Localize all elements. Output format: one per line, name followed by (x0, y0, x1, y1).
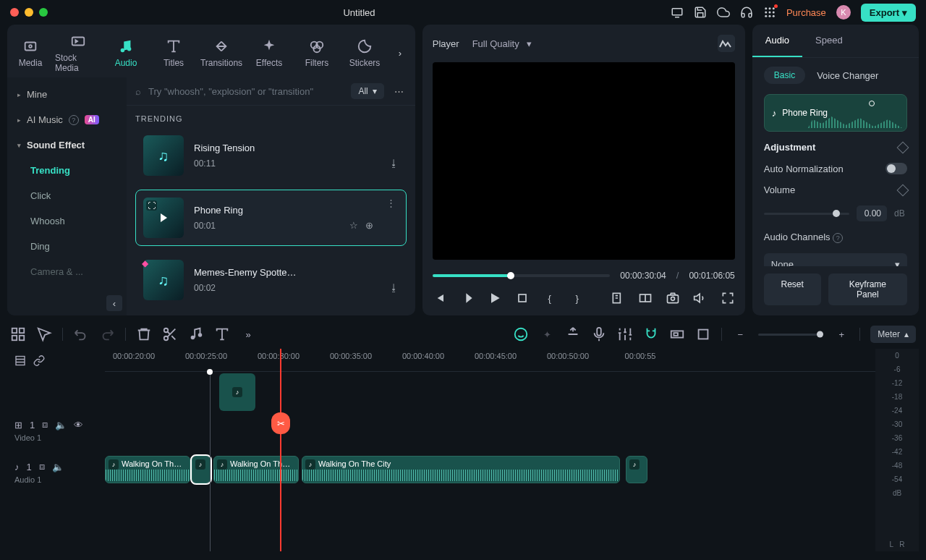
ai-icon[interactable] (513, 326, 529, 342)
audio-item-selected[interactable]: ⛶ Phone Ring 00:01 ☆⊕ ⋮ (135, 190, 407, 246)
timeline-ruler[interactable]: 00:00:20:00 00:00:25:00 00:00:30:00 00:0… (105, 349, 875, 372)
tab-stock-media[interactable]: Stock Media (55, 29, 101, 77)
zoom-slider[interactable] (758, 334, 823, 336)
expand-icon[interactable]: ⛶ (146, 200, 157, 211)
layout-icon[interactable] (10, 326, 26, 342)
tab-audio[interactable]: Audio (103, 34, 149, 72)
tab-media[interactable]: Media (7, 34, 54, 72)
mute-icon[interactable]: 🔈 (52, 462, 64, 472)
mark-in-button[interactable]: { (543, 291, 557, 305)
audio-thumb-play[interactable]: ⛶ (143, 198, 184, 238)
search-input[interactable]: ⌕Try "whoosh", "explosion" or "transitio… (135, 86, 344, 97)
zoom-out-icon[interactable]: − (732, 326, 748, 342)
mute-icon[interactable]: 🔈 (55, 420, 67, 430)
keyframe-icon[interactable] (897, 141, 909, 153)
effect-icon[interactable]: ✦ (539, 326, 555, 342)
tabs-scroll-right[interactable]: › (389, 48, 411, 59)
keyframe-panel-button[interactable]: Keyframe Panel (828, 273, 907, 305)
audio-clip[interactable]: ♪Walking On The City (302, 456, 620, 483)
user-avatar[interactable]: K (836, 5, 851, 20)
save-icon[interactable] (694, 6, 707, 19)
link-icon[interactable] (33, 354, 45, 368)
marker-list-icon[interactable] (611, 291, 625, 305)
text-icon[interactable] (214, 326, 230, 342)
marker-icon[interactable] (565, 326, 581, 342)
filter-dropdown[interactable]: All▾ (351, 83, 383, 99)
delete-icon[interactable] (136, 326, 152, 342)
tab-titles[interactable]: Titles (150, 34, 197, 72)
minimize-window[interactable] (25, 8, 33, 17)
keyframe-icon[interactable] (897, 184, 909, 196)
prev-frame-button[interactable] (433, 291, 447, 305)
crop-icon[interactable] (695, 326, 711, 342)
tab-effects[interactable]: Effects (246, 34, 292, 72)
stop-button[interactable] (515, 291, 530, 305)
volume-slider[interactable] (764, 213, 849, 215)
ratio-icon[interactable] (669, 326, 685, 342)
maximize-window[interactable] (39, 8, 48, 17)
auto-norm-toggle[interactable] (885, 163, 907, 174)
layout-tracks-icon[interactable] (14, 354, 26, 368)
lock-icon[interactable]: ⧈ (42, 419, 48, 430)
audio-clip[interactable]: ♪Walking On Th… (105, 456, 190, 483)
dropped-clip[interactable]: ♪ (219, 373, 255, 411)
scope-icon[interactable] (718, 35, 735, 52)
lock-icon[interactable]: ⧈ (39, 461, 45, 472)
screen-icon[interactable] (671, 6, 684, 19)
zoom-in-icon[interactable]: + (833, 326, 849, 342)
headphones-icon[interactable] (740, 6, 753, 19)
clip-thumbnail[interactable]: ♪ Phone Ring (764, 94, 907, 132)
sidebar-sub-whoosh[interactable]: Whoosh (7, 208, 127, 234)
mixer-icon[interactable] (617, 326, 633, 342)
sidebar-sub-ding[interactable]: Ding (7, 234, 127, 259)
clip-playhead[interactable] (869, 101, 875, 106)
sidebar-sub-trending[interactable]: Trending (7, 158, 127, 183)
meter-dropdown[interactable]: Meter▴ (870, 326, 916, 343)
select-icon[interactable] (36, 326, 52, 342)
fullscreen-icon[interactable] (721, 291, 735, 305)
favorite-icon[interactable]: ☆ (349, 220, 358, 231)
volume-value[interactable]: 0.00 (857, 205, 887, 221)
download-icon[interactable]: ⭳ (389, 282, 399, 293)
inspector-tab-speed[interactable]: Speed (802, 25, 856, 57)
sidebar-mine[interactable]: ▸Mine (7, 82, 127, 107)
sidebar-sub-camera[interactable]: Camera & ... (7, 259, 127, 284)
tab-stickers[interactable]: Stickers (341, 34, 388, 72)
play-pause-button[interactable] (460, 291, 475, 305)
audio-item[interactable]: ♫ Rising Tension 00:11 ⭳ (135, 127, 407, 184)
video-track[interactable] (105, 407, 875, 449)
video-viewport[interactable] (433, 62, 735, 260)
voice-changer-tab[interactable]: Voice Changer (817, 70, 878, 81)
mark-out-button[interactable]: } (570, 291, 585, 305)
inspector-tab-audio[interactable]: Audio (752, 25, 802, 57)
magnet-icon[interactable] (643, 326, 659, 342)
audio-track[interactable]: ♪Walking On Th… ♪ ♪Walking On Th… ♪Walki… (105, 449, 875, 491)
audio-track-head[interactable]: ♪1⧈🔈 Audio 1 (7, 451, 105, 493)
info-icon[interactable]: ? (833, 233, 843, 243)
add-icon[interactable]: ⊕ (365, 220, 373, 231)
more-tools-icon[interactable]: » (240, 326, 256, 342)
basic-pill[interactable]: Basic (764, 67, 805, 84)
audio-clip[interactable]: ♪Walking On Th… (213, 456, 299, 483)
snapshot-icon[interactable] (666, 291, 680, 305)
timeline-main[interactable]: 00:00:20:00 00:00:25:00 00:00:30:00 00:0… (105, 349, 875, 551)
progress-bar[interactable] (433, 274, 611, 277)
volume-icon[interactable] (693, 291, 708, 305)
sidebar-collapse[interactable]: ‹ (106, 295, 122, 311)
audio-clip[interactable]: ♪ (626, 456, 647, 483)
item-menu[interactable]: ⋮ (383, 198, 399, 208)
beat-icon[interactable] (188, 326, 204, 342)
reset-button[interactable]: Reset (764, 273, 821, 305)
channels-select[interactable]: None▾ (764, 253, 907, 266)
purchase-link[interactable]: Purchase (786, 7, 826, 18)
cloud-icon[interactable] (717, 6, 730, 19)
download-icon[interactable]: ⭳ (389, 158, 399, 169)
tab-transitions[interactable]: Transitions (198, 34, 245, 72)
export-button[interactable]: Export▾ (861, 4, 916, 22)
compare-icon[interactable] (638, 291, 653, 305)
more-menu[interactable]: ⋯ (391, 86, 407, 97)
sidebar-ai-music[interactable]: ▸AI Music?AI (7, 107, 127, 132)
apps-icon[interactable] (763, 6, 776, 19)
eye-icon[interactable]: 👁 (74, 420, 83, 430)
cut-icon[interactable] (162, 326, 178, 342)
